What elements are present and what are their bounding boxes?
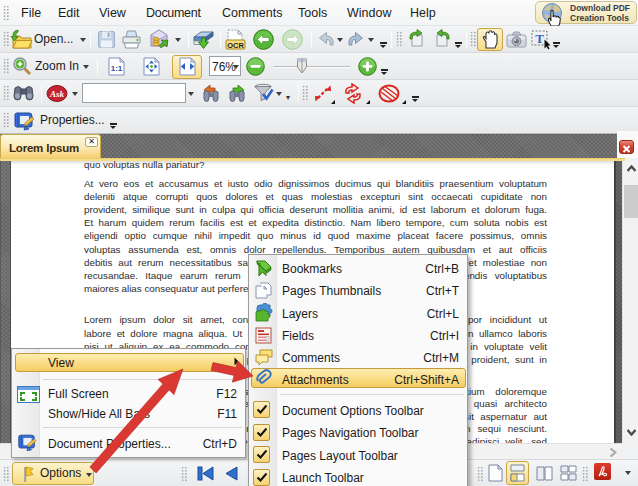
svg-text:OCR: OCR	[227, 41, 244, 50]
svg-text:Ask: Ask	[49, 89, 65, 99]
svg-text:1:1: 1:1	[111, 64, 123, 73]
svg-text:T: T	[535, 31, 544, 46]
